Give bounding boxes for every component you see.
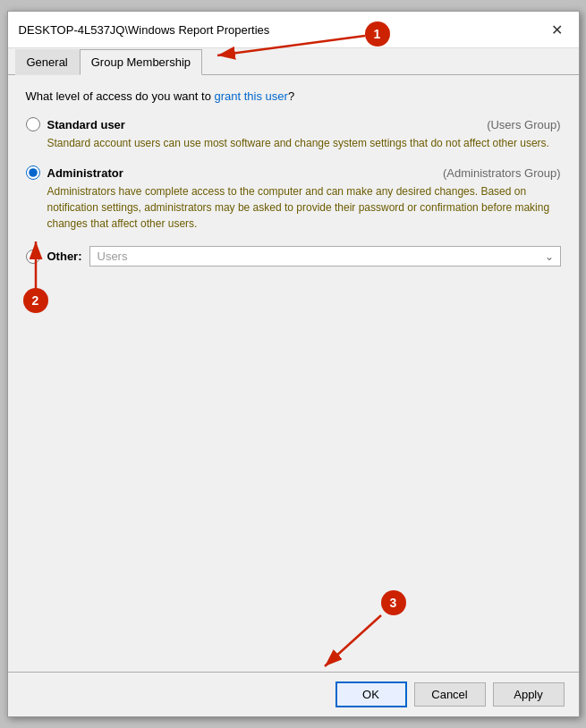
dialog-footer: OK Cancel Apply	[8, 672, 579, 716]
other-dropdown-wrapper: Users Administrators Guests	[89, 246, 561, 267]
other-radio[interactable]	[26, 250, 40, 264]
cancel-button[interactable]: Cancel	[414, 682, 486, 707]
administrator-option: Administrator (Administrators Group) Adm…	[26, 165, 561, 232]
tab-bar: General Group Membership	[8, 48, 579, 75]
ok-button[interactable]: OK	[335, 681, 407, 707]
dialog-content: What level of access do you want to gran…	[8, 75, 579, 672]
standard-user-desc: Standard account users can use most soft…	[47, 135, 561, 151]
tab-general[interactable]: General	[15, 49, 80, 75]
other-option-row: Other: Users Administrators Guests	[26, 246, 561, 267]
apply-button[interactable]: Apply	[493, 682, 565, 707]
tab-group-membership[interactable]: Group Membership	[80, 49, 202, 75]
administrator-desc: Administrators have complete access to t…	[47, 183, 561, 232]
access-question: What level of access do you want to gran…	[26, 89, 561, 103]
standard-user-option: Standard user (Users Group) Standard acc…	[26, 117, 561, 151]
administrator-group-label: (Administrators Group)	[443, 166, 560, 180]
administrator-label: Administrator	[47, 166, 437, 180]
close-button[interactable]: ✕	[547, 19, 568, 40]
standard-user-radio[interactable]	[26, 117, 40, 131]
standard-user-label: Standard user	[47, 118, 480, 131]
other-label: Other:	[47, 250, 82, 263]
administrator-radio[interactable]	[26, 165, 40, 180]
standard-group-label: (Users Group)	[487, 118, 560, 131]
window-title: DESKTOP-4L537JQ\Windows Report Propertie…	[19, 23, 270, 37]
other-dropdown[interactable]: Users Administrators Guests	[89, 246, 561, 267]
